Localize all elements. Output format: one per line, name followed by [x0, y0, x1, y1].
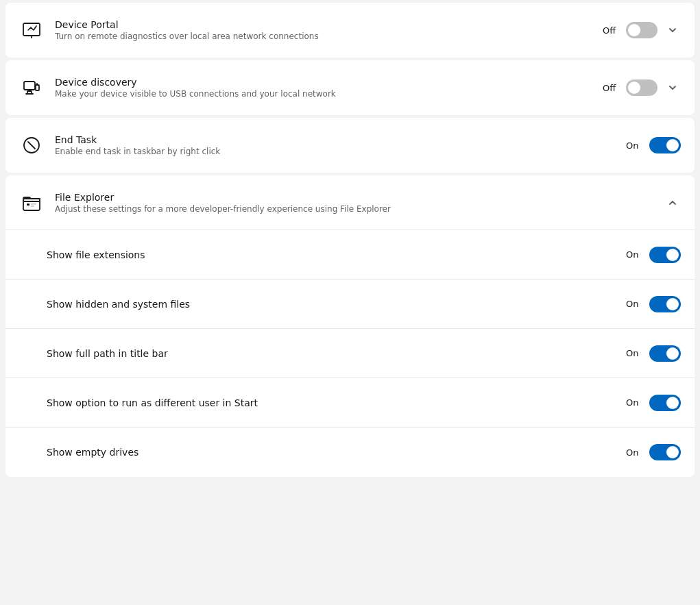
device-discovery-card: Device discovery Make your device visibl… [5, 60, 695, 115]
show-hidden-files-slider [649, 296, 681, 312]
end-task-icon [19, 133, 44, 158]
svg-rect-9 [31, 206, 34, 207]
device-portal-knob [628, 24, 640, 36]
svg-rect-7 [27, 203, 29, 206]
show-file-extensions-state: On [626, 249, 642, 260]
device-portal-description: Turn on remote diagnostics over local ar… [55, 32, 603, 41]
show-empty-drives-label: Show empty drives [47, 447, 626, 458]
show-run-as-user-slider [649, 395, 681, 411]
show-full-path-slider [649, 345, 681, 362]
show-full-path-state: On [626, 348, 642, 358]
show-hidden-files-label: Show hidden and system files [47, 299, 626, 310]
file-explorer-icon [19, 190, 44, 215]
show-full-path-control: On [626, 345, 681, 362]
end-task-text: End Task Enable end task in taskbar by r… [55, 134, 626, 156]
end-task-title: End Task [55, 134, 626, 145]
svg-rect-0 [23, 23, 40, 36]
show-file-extensions-row: Show file extensions On [5, 230, 695, 280]
file-explorer-control [664, 195, 681, 211]
end-task-row: End Task Enable end task in taskbar by r… [5, 118, 695, 173]
show-full-path-toggle[interactable] [649, 345, 681, 362]
end-task-control: On [626, 137, 681, 153]
file-explorer-description: Adjust these settings for a more develop… [55, 204, 664, 214]
show-hidden-files-knob [666, 298, 679, 310]
device-portal-row: Device Portal Turn on remote diagnostics… [5, 3, 695, 58]
show-hidden-files-state: On [626, 299, 642, 309]
device-discovery-text: Device discovery Make your device visibl… [55, 77, 603, 99]
file-explorer-title: File Explorer [55, 192, 664, 203]
show-hidden-files-row: Show hidden and system files On [5, 280, 695, 329]
device-discovery-icon [19, 75, 44, 100]
device-portal-control: Off [603, 22, 681, 38]
show-hidden-files-toggle[interactable] [649, 296, 681, 312]
device-portal-slider [626, 22, 657, 38]
device-portal-card: Device Portal Turn on remote diagnostics… [5, 3, 695, 58]
file-explorer-header-row: File Explorer Adjust these settings for … [5, 175, 695, 230]
end-task-slider [649, 137, 681, 153]
show-run-as-user-row: Show option to run as different user in … [5, 378, 695, 428]
show-file-extensions-knob [666, 249, 679, 261]
end-task-description: Enable end task in taskbar by right clic… [55, 147, 626, 156]
show-empty-drives-knob [666, 446, 679, 458]
device-portal-text: Device Portal Turn on remote diagnostics… [55, 19, 603, 41]
show-empty-drives-slider [649, 444, 681, 460]
device-discovery-state-label: Off [603, 83, 619, 93]
show-run-as-user-label: Show option to run as different user in … [47, 397, 626, 408]
show-file-extensions-label: Show file extensions [47, 249, 626, 260]
show-file-extensions-slider [649, 247, 681, 263]
device-portal-title: Device Portal [55, 19, 603, 30]
end-task-card: End Task Enable end task in taskbar by r… [5, 118, 695, 173]
end-task-knob [666, 139, 679, 151]
device-discovery-title: Device discovery [55, 77, 603, 88]
show-empty-drives-control: On [626, 444, 681, 460]
file-explorer-text: File Explorer Adjust these settings for … [55, 192, 664, 214]
device-discovery-row: Device discovery Make your device visibl… [5, 60, 695, 115]
device-discovery-knob [628, 82, 640, 94]
settings-container: Device Portal Turn on remote diagnostics… [0, 3, 700, 477]
device-discovery-description: Make your device visible to USB connecti… [55, 89, 603, 99]
svg-rect-1 [24, 82, 35, 90]
show-run-as-user-knob [666, 397, 679, 409]
end-task-toggle[interactable] [649, 137, 681, 153]
show-empty-drives-state: On [626, 447, 642, 458]
svg-rect-3 [36, 85, 39, 90]
device-discovery-control: Off [603, 79, 681, 96]
device-portal-toggle[interactable] [626, 22, 657, 38]
svg-rect-8 [31, 203, 36, 205]
show-full-path-knob [666, 347, 679, 360]
device-portal-icon [19, 18, 44, 42]
file-explorer-chevron[interactable] [664, 195, 681, 211]
device-portal-chevron[interactable] [664, 22, 681, 38]
show-hidden-files-control: On [626, 296, 681, 312]
show-run-as-user-control: On [626, 395, 681, 411]
device-discovery-slider [626, 79, 657, 96]
show-empty-drives-toggle[interactable] [649, 444, 681, 460]
device-discovery-toggle[interactable] [626, 79, 657, 96]
show-file-extensions-control: On [626, 247, 681, 263]
show-empty-drives-row: Show empty drives On [5, 428, 695, 477]
show-full-path-label: Show full path in title bar [47, 348, 626, 359]
file-explorer-card: File Explorer Adjust these settings for … [5, 175, 695, 477]
show-run-as-user-toggle[interactable] [649, 395, 681, 411]
show-run-as-user-state: On [626, 397, 642, 408]
show-full-path-row: Show full path in title bar On [5, 329, 695, 378]
end-task-state-label: On [626, 140, 642, 151]
svg-line-5 [28, 142, 35, 149]
device-discovery-chevron[interactable] [664, 79, 681, 96]
show-file-extensions-toggle[interactable] [649, 247, 681, 263]
device-portal-state-label: Off [603, 25, 619, 36]
